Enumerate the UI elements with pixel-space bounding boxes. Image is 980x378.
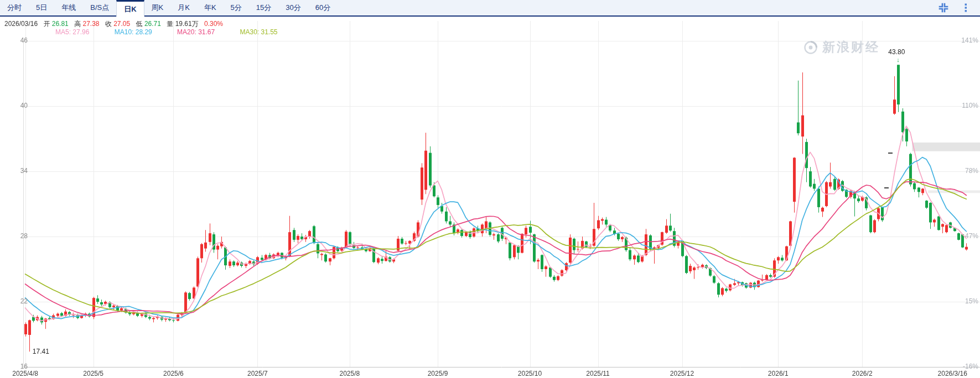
y-left-tick: 46 — [6, 36, 28, 44]
tab-周K[interactable]: 周K — [144, 0, 171, 15]
x-axis-tick: 2025/7 — [247, 370, 268, 377]
high-value: 27.38 — [82, 20, 99, 28]
tab-月K[interactable]: 月K — [170, 0, 197, 15]
y-right-tick: 15% — [952, 297, 978, 305]
tab-30分[interactable]: 30分 — [278, 0, 308, 15]
y-left-tick: 28 — [6, 232, 28, 240]
y-left-tick: 40 — [6, 102, 28, 109]
volume-value: 19.61万 — [175, 20, 199, 28]
x-axis-tick: 2025/12 — [670, 370, 694, 377]
y-right-tick: 141% — [952, 36, 978, 44]
period-toolbar: 分时5日年线B/S点日K周K月K年K5分15分30分60分 — [0, 0, 980, 17]
ma5-legend: MA5: 27.96 — [55, 28, 89, 36]
ma10-legend: MA10: 28.29 — [115, 28, 152, 36]
high-price-annotation: 43.80 — [888, 48, 905, 56]
sina-finance-watermark: 新浪财经 — [803, 39, 880, 56]
toolbar-icons — [938, 0, 980, 15]
x-axis-tick: 2025/11 — [586, 370, 610, 377]
tab-15分[interactable]: 15分 — [249, 0, 278, 15]
x-axis-tick: 2025/6 — [163, 370, 184, 377]
kebab-menu-icon[interactable] — [960, 2, 971, 13]
watermark-text: 新浪财经 — [822, 39, 880, 56]
chart-area: 2026/03/16 开 26.81 高 27.38 收 27.05 低 26.… — [0, 17, 980, 378]
quote-date: 2026/03/16 — [4, 20, 38, 28]
close-value: 27.05 — [113, 20, 130, 28]
annotation-down-arrow-icon: ↓ — [896, 57, 900, 62]
low-label: 低 — [136, 20, 143, 28]
open-label: 开 — [43, 20, 50, 28]
close-label: 收 — [105, 20, 112, 28]
y-right-tick: 47% — [952, 232, 978, 240]
tab-5分[interactable]: 5分 — [224, 0, 249, 15]
y-left-tick: 16 — [6, 363, 28, 370]
low-value: 26.71 — [144, 20, 161, 28]
tab-日K[interactable]: 日K — [116, 0, 144, 17]
sina-logo-icon — [803, 40, 818, 55]
volume-label: 量 — [167, 20, 173, 28]
y-right-tick: 78% — [952, 167, 978, 175]
tab-5日[interactable]: 5日 — [29, 0, 54, 15]
tab-年K[interactable]: 年K — [197, 0, 224, 15]
ma-legend: MA5: 27.96 MA10: 28.29 MA20: 31.67 MA30:… — [55, 28, 301, 36]
x-axis-tick: 2025/4/8 — [12, 370, 38, 377]
x-axis-tick: 2026/3/16 — [938, 370, 967, 377]
y-left-tick: 34 — [6, 167, 28, 175]
x-axis-tick: 2025/8 — [339, 370, 360, 377]
ma20-legend: MA20: 31.67 — [177, 28, 215, 36]
tab-60分[interactable]: 60分 — [308, 0, 338, 15]
x-axis-tick: 2026/2 — [852, 370, 873, 377]
y-right-tick: 110% — [952, 102, 978, 109]
x-axis-tick: 2025/9 — [428, 370, 448, 377]
y-left-tick: 22 — [6, 297, 28, 305]
collapse-fullscreen-icon[interactable] — [938, 2, 949, 13]
high-label: 高 — [74, 20, 81, 28]
ohlc-info-bar: 2026/03/16 开 26.81 高 27.38 收 27.05 低 26.… — [4, 19, 223, 29]
change-percent: 0.30% — [204, 20, 223, 28]
x-axis-tick: 2025/5 — [83, 370, 103, 377]
x-axis-tick: 2025/10 — [518, 370, 542, 377]
y-right-tick: -16% — [952, 363, 978, 370]
x-axis-tick: 2026/1 — [768, 370, 789, 377]
open-value: 26.81 — [52, 20, 69, 28]
tab-年线[interactable]: 年线 — [54, 0, 83, 15]
period-tabs: 分时5日年线B/S点日K周K月K年K5分15分30分60分 — [0, 0, 338, 15]
low-price-annotation: 17.41 — [33, 348, 49, 355]
tab-分时[interactable]: 分时 — [0, 0, 29, 15]
candlestick-chart-canvas[interactable] — [0, 17, 980, 378]
ma30-legend: MA30: 31.55 — [240, 28, 278, 36]
tab-B/S点[interactable]: B/S点 — [83, 0, 116, 15]
